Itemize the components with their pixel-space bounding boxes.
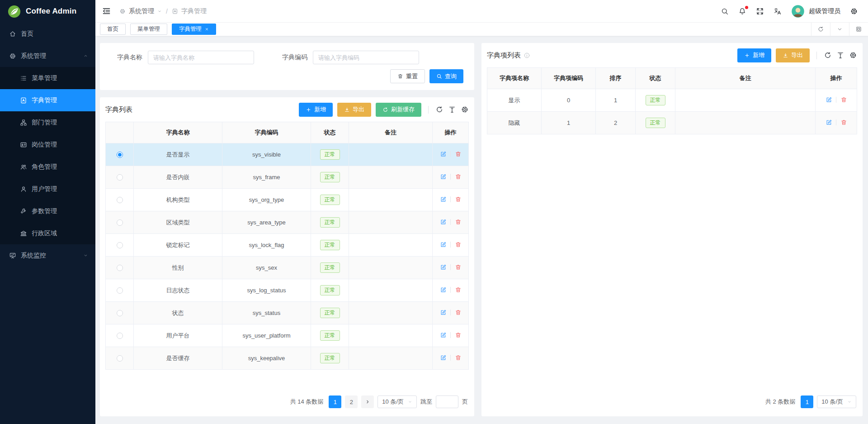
refresh-table-icon[interactable] [824,51,832,59]
refresh-cache-button[interactable]: 刷新缓存 [376,103,421,117]
table-row[interactable]: 是否内嵌sys_frame正常 [106,166,469,189]
delete-button[interactable] [454,264,462,271]
delete-button[interactable] [454,219,462,226]
table-settings-icon[interactable] [849,51,857,59]
add-item-button[interactable]: 新增 [737,48,771,62]
page-button[interactable]: 2 [345,395,358,408]
row-radio[interactable] [117,310,123,316]
notification-button[interactable] [738,7,746,15]
breadcrumb-parent[interactable]: 系统管理 [129,7,154,15]
next-page-button[interactable] [361,395,374,408]
table-row[interactable]: 是否显示sys_visible正常 [106,143,469,166]
table-row[interactable]: 用户平台sys_user_platform正常 [106,324,469,347]
tab-dict-mgmt[interactable]: 字典管理 [172,24,216,35]
row-radio[interactable] [117,355,123,362]
sidebar-collapse-button[interactable] [102,6,111,16]
table-row[interactable]: 区域类型sys_area_type正常 [106,211,469,234]
edit-button[interactable] [439,173,447,181]
delete-button[interactable] [454,173,462,181]
info-icon[interactable] [524,52,530,59]
edit-button[interactable] [825,96,832,104]
row-height-icon[interactable] [836,51,844,59]
delete-button[interactable] [454,309,462,316]
jump-input[interactable] [436,395,458,408]
table-row[interactable]: 显示01正常 [487,89,857,112]
content-fullscreen-button[interactable] [849,23,868,36]
table-row[interactable]: 机构类型sys_org_type正常 [106,189,469,211]
avatar[interactable] [791,5,805,18]
sidebar-item-home[interactable]: 首页 [0,23,95,45]
row-radio[interactable] [117,152,123,158]
refresh-icon [382,107,388,113]
row-radio[interactable] [117,197,123,203]
translate-icon[interactable] [774,7,782,15]
edit-button[interactable] [439,309,447,316]
table-row[interactable]: 隐藏12正常 [487,112,857,134]
sidebar-item-system-mgmt[interactable]: 系统管理 [0,45,95,67]
gear-icon[interactable] [850,7,858,15]
edit-button[interactable] [439,151,447,158]
sidebar-item-dept-mgmt[interactable]: 部门管理 [0,111,95,133]
tab-options-button[interactable] [830,23,849,36]
table-row[interactable]: 性别sys_sex正常 [106,257,469,279]
username[interactable]: 超级管理员 [809,7,840,15]
tab-home[interactable]: 首页 [100,24,126,35]
sidebar-item-role-mgmt[interactable]: 角色管理 [0,156,95,178]
delete-button[interactable] [454,196,462,203]
delete-button[interactable] [840,119,847,126]
row-radio[interactable] [117,242,123,248]
refresh-page-button[interactable] [811,23,830,36]
table-row[interactable]: 锁定标记sys_lock_flag正常 [106,234,469,257]
delete-button[interactable] [454,286,462,294]
divider [450,196,451,202]
sidebar-item-dict-mgmt[interactable]: 字典管理 [0,89,95,111]
edit-button[interactable] [439,332,447,339]
table-row[interactable]: 日志状态sys_log_status正常 [106,279,469,302]
cell-item-name: 隐藏 [487,112,542,134]
edit-icon [440,354,447,361]
search-icon[interactable] [721,7,729,15]
delete-button[interactable] [454,354,462,362]
row-radio[interactable] [117,287,123,294]
row-radio[interactable] [117,265,123,271]
sidebar-item-admin-region[interactable]: 行政区域 [0,222,95,244]
page-size-select[interactable]: 10 条/页 [817,395,856,408]
edit-button[interactable] [439,354,447,362]
row-radio[interactable] [117,219,123,226]
delete-button[interactable] [840,96,847,104]
sidebar-item-user-mgmt[interactable]: 用户管理 [0,178,95,200]
table-row[interactable]: 是否缓存sys_keepalive正常 [106,347,469,370]
edit-button[interactable] [439,219,447,226]
edit-button[interactable] [439,264,447,271]
refresh-table-icon[interactable] [435,105,443,114]
sidebar-item-menu-mgmt[interactable]: 菜单管理 [0,67,95,89]
row-height-icon[interactable] [448,105,456,114]
fullscreen-icon[interactable] [756,7,764,15]
sidebar-item-post-mgmt[interactable]: 岗位管理 [0,133,95,156]
table-row[interactable]: 状态sys_status正常 [106,302,469,324]
page-size-select[interactable]: 10 条/页 [377,395,417,408]
edit-button[interactable] [439,286,447,294]
page-button[interactable]: 1 [801,395,813,408]
dict-code-input[interactable] [313,51,419,64]
sidebar-item-param-mgmt[interactable]: 参数管理 [0,200,95,222]
edit-button[interactable] [439,196,447,203]
tab-menu-mgmt[interactable]: 菜单管理 [130,24,167,35]
reset-button[interactable]: 重置 [390,69,425,83]
table-settings-icon[interactable] [461,105,469,114]
search-button[interactable]: 查询 [429,69,463,83]
export-items-button[interactable]: 导出 [776,48,810,62]
delete-button[interactable] [454,241,462,248]
edit-button[interactable] [825,119,832,126]
row-radio[interactable] [117,174,123,181]
dict-name-input[interactable] [148,51,254,64]
row-radio[interactable] [117,333,123,339]
add-button[interactable]: 新增 [299,103,333,117]
sidebar-item-system-monitor[interactable]: 系统监控 [0,244,95,267]
edit-button[interactable] [439,241,447,248]
delete-button[interactable] [454,332,462,339]
page-button[interactable]: 1 [329,395,341,408]
export-button[interactable]: 导出 [337,103,371,117]
delete-button[interactable] [454,151,462,158]
status-badge: 正常 [320,330,340,341]
